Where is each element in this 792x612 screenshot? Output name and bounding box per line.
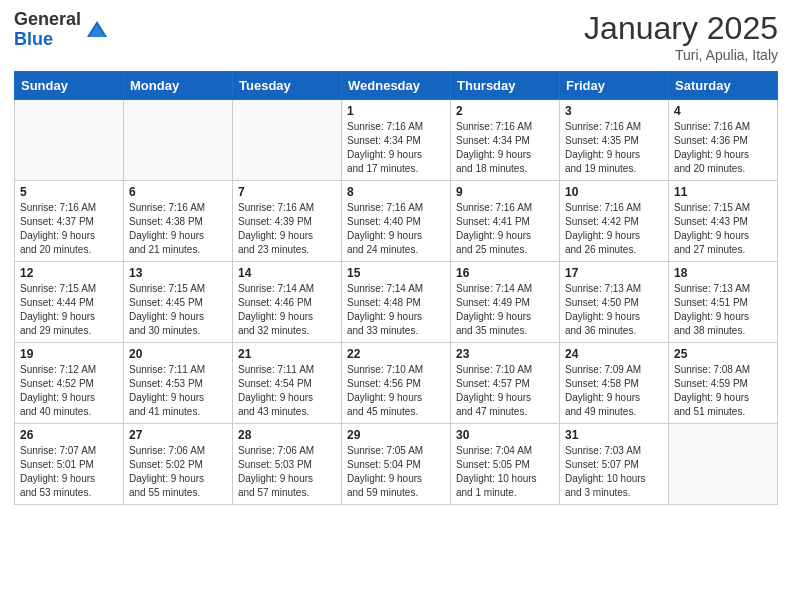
day-number: 18 <box>674 266 772 280</box>
day-number: 16 <box>456 266 554 280</box>
day-info: Sunrise: 7:08 AM Sunset: 4:59 PM Dayligh… <box>674 363 772 419</box>
calendar-cell: 5Sunrise: 7:16 AM Sunset: 4:37 PM Daylig… <box>15 181 124 262</box>
day-number: 24 <box>565 347 663 361</box>
day-number: 3 <box>565 104 663 118</box>
calendar-cell: 28Sunrise: 7:06 AM Sunset: 5:03 PM Dayli… <box>233 424 342 505</box>
calendar-cell: 31Sunrise: 7:03 AM Sunset: 5:07 PM Dayli… <box>560 424 669 505</box>
title-block: January 2025 Turi, Apulia, Italy <box>584 10 778 63</box>
day-info: Sunrise: 7:09 AM Sunset: 4:58 PM Dayligh… <box>565 363 663 419</box>
day-number: 21 <box>238 347 336 361</box>
day-info: Sunrise: 7:15 AM Sunset: 4:45 PM Dayligh… <box>129 282 227 338</box>
calendar-header-friday: Friday <box>560 72 669 100</box>
calendar-cell: 18Sunrise: 7:13 AM Sunset: 4:51 PM Dayli… <box>669 262 778 343</box>
logo-icon <box>83 15 111 43</box>
day-number: 27 <box>129 428 227 442</box>
calendar-header-row: SundayMondayTuesdayWednesdayThursdayFrid… <box>15 72 778 100</box>
calendar-cell: 6Sunrise: 7:16 AM Sunset: 4:38 PM Daylig… <box>124 181 233 262</box>
logo-general: General <box>14 10 81 30</box>
page: General Blue January 2025 Turi, Apulia, … <box>0 0 792 519</box>
day-number: 31 <box>565 428 663 442</box>
day-number: 30 <box>456 428 554 442</box>
day-info: Sunrise: 7:12 AM Sunset: 4:52 PM Dayligh… <box>20 363 118 419</box>
calendar-table: SundayMondayTuesdayWednesdayThursdayFrid… <box>14 71 778 505</box>
day-info: Sunrise: 7:03 AM Sunset: 5:07 PM Dayligh… <box>565 444 663 500</box>
calendar-week-5: 26Sunrise: 7:07 AM Sunset: 5:01 PM Dayli… <box>15 424 778 505</box>
calendar-cell: 22Sunrise: 7:10 AM Sunset: 4:56 PM Dayli… <box>342 343 451 424</box>
day-info: Sunrise: 7:16 AM Sunset: 4:41 PM Dayligh… <box>456 201 554 257</box>
calendar-cell: 11Sunrise: 7:15 AM Sunset: 4:43 PM Dayli… <box>669 181 778 262</box>
calendar-cell <box>669 424 778 505</box>
day-number: 19 <box>20 347 118 361</box>
day-number: 23 <box>456 347 554 361</box>
day-number: 29 <box>347 428 445 442</box>
day-number: 28 <box>238 428 336 442</box>
calendar-cell: 15Sunrise: 7:14 AM Sunset: 4:48 PM Dayli… <box>342 262 451 343</box>
calendar-cell: 4Sunrise: 7:16 AM Sunset: 4:36 PM Daylig… <box>669 100 778 181</box>
day-info: Sunrise: 7:15 AM Sunset: 4:44 PM Dayligh… <box>20 282 118 338</box>
logo: General Blue <box>14 10 111 50</box>
calendar-cell: 19Sunrise: 7:12 AM Sunset: 4:52 PM Dayli… <box>15 343 124 424</box>
day-number: 5 <box>20 185 118 199</box>
calendar-cell: 2Sunrise: 7:16 AM Sunset: 4:34 PM Daylig… <box>451 100 560 181</box>
location: Turi, Apulia, Italy <box>584 47 778 63</box>
calendar-cell: 13Sunrise: 7:15 AM Sunset: 4:45 PM Dayli… <box>124 262 233 343</box>
day-number: 20 <box>129 347 227 361</box>
calendar-cell: 7Sunrise: 7:16 AM Sunset: 4:39 PM Daylig… <box>233 181 342 262</box>
day-info: Sunrise: 7:16 AM Sunset: 4:37 PM Dayligh… <box>20 201 118 257</box>
calendar-cell: 26Sunrise: 7:07 AM Sunset: 5:01 PM Dayli… <box>15 424 124 505</box>
day-info: Sunrise: 7:11 AM Sunset: 4:53 PM Dayligh… <box>129 363 227 419</box>
day-number: 1 <box>347 104 445 118</box>
calendar-cell: 9Sunrise: 7:16 AM Sunset: 4:41 PM Daylig… <box>451 181 560 262</box>
calendar-cell: 20Sunrise: 7:11 AM Sunset: 4:53 PM Dayli… <box>124 343 233 424</box>
day-info: Sunrise: 7:16 AM Sunset: 4:36 PM Dayligh… <box>674 120 772 176</box>
calendar-cell: 25Sunrise: 7:08 AM Sunset: 4:59 PM Dayli… <box>669 343 778 424</box>
calendar-cell: 17Sunrise: 7:13 AM Sunset: 4:50 PM Dayli… <box>560 262 669 343</box>
calendar-header-wednesday: Wednesday <box>342 72 451 100</box>
day-number: 15 <box>347 266 445 280</box>
calendar-week-1: 1Sunrise: 7:16 AM Sunset: 4:34 PM Daylig… <box>15 100 778 181</box>
day-info: Sunrise: 7:04 AM Sunset: 5:05 PM Dayligh… <box>456 444 554 500</box>
day-info: Sunrise: 7:13 AM Sunset: 4:51 PM Dayligh… <box>674 282 772 338</box>
calendar-cell: 3Sunrise: 7:16 AM Sunset: 4:35 PM Daylig… <box>560 100 669 181</box>
calendar-cell: 14Sunrise: 7:14 AM Sunset: 4:46 PM Dayli… <box>233 262 342 343</box>
day-number: 26 <box>20 428 118 442</box>
day-number: 7 <box>238 185 336 199</box>
day-info: Sunrise: 7:06 AM Sunset: 5:03 PM Dayligh… <box>238 444 336 500</box>
calendar-week-2: 5Sunrise: 7:16 AM Sunset: 4:37 PM Daylig… <box>15 181 778 262</box>
day-number: 10 <box>565 185 663 199</box>
day-number: 9 <box>456 185 554 199</box>
calendar-cell: 23Sunrise: 7:10 AM Sunset: 4:57 PM Dayli… <box>451 343 560 424</box>
day-info: Sunrise: 7:16 AM Sunset: 4:34 PM Dayligh… <box>347 120 445 176</box>
day-number: 2 <box>456 104 554 118</box>
calendar-header-tuesday: Tuesday <box>233 72 342 100</box>
day-number: 12 <box>20 266 118 280</box>
day-info: Sunrise: 7:16 AM Sunset: 4:35 PM Dayligh… <box>565 120 663 176</box>
calendar-cell: 1Sunrise: 7:16 AM Sunset: 4:34 PM Daylig… <box>342 100 451 181</box>
day-number: 25 <box>674 347 772 361</box>
calendar-cell: 24Sunrise: 7:09 AM Sunset: 4:58 PM Dayli… <box>560 343 669 424</box>
day-number: 17 <box>565 266 663 280</box>
calendar-cell: 10Sunrise: 7:16 AM Sunset: 4:42 PM Dayli… <box>560 181 669 262</box>
day-info: Sunrise: 7:06 AM Sunset: 5:02 PM Dayligh… <box>129 444 227 500</box>
logo-text: General Blue <box>14 10 81 50</box>
day-info: Sunrise: 7:05 AM Sunset: 5:04 PM Dayligh… <box>347 444 445 500</box>
day-info: Sunrise: 7:16 AM Sunset: 4:40 PM Dayligh… <box>347 201 445 257</box>
day-number: 8 <box>347 185 445 199</box>
calendar-cell: 27Sunrise: 7:06 AM Sunset: 5:02 PM Dayli… <box>124 424 233 505</box>
day-info: Sunrise: 7:13 AM Sunset: 4:50 PM Dayligh… <box>565 282 663 338</box>
day-number: 11 <box>674 185 772 199</box>
day-number: 22 <box>347 347 445 361</box>
day-number: 14 <box>238 266 336 280</box>
calendar-cell: 30Sunrise: 7:04 AM Sunset: 5:05 PM Dayli… <box>451 424 560 505</box>
day-number: 4 <box>674 104 772 118</box>
calendar-week-4: 19Sunrise: 7:12 AM Sunset: 4:52 PM Dayli… <box>15 343 778 424</box>
day-info: Sunrise: 7:14 AM Sunset: 4:48 PM Dayligh… <box>347 282 445 338</box>
day-info: Sunrise: 7:11 AM Sunset: 4:54 PM Dayligh… <box>238 363 336 419</box>
day-info: Sunrise: 7:14 AM Sunset: 4:49 PM Dayligh… <box>456 282 554 338</box>
day-info: Sunrise: 7:10 AM Sunset: 4:56 PM Dayligh… <box>347 363 445 419</box>
calendar-header-monday: Monday <box>124 72 233 100</box>
day-info: Sunrise: 7:16 AM Sunset: 4:38 PM Dayligh… <box>129 201 227 257</box>
calendar-header-saturday: Saturday <box>669 72 778 100</box>
day-info: Sunrise: 7:10 AM Sunset: 4:57 PM Dayligh… <box>456 363 554 419</box>
calendar-cell: 16Sunrise: 7:14 AM Sunset: 4:49 PM Dayli… <box>451 262 560 343</box>
